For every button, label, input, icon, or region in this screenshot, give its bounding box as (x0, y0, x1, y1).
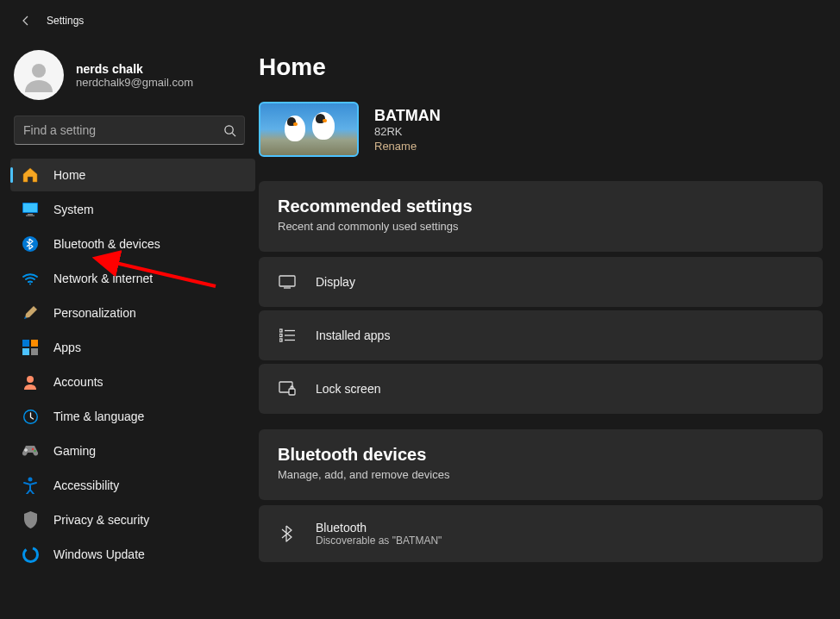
update-icon (21, 545, 40, 564)
bluetooth-card-subtitle: Manage, add, and remove devices (278, 468, 804, 481)
svg-point-15 (32, 448, 34, 450)
sidebar-nav: Home System Bluetooth & devices Network … (0, 159, 259, 572)
sidebar-item-network[interactable]: Network & internet (10, 262, 255, 295)
sidebar-item-label: Windows Update (53, 547, 145, 561)
search-icon[interactable] (215, 116, 244, 145)
svg-point-16 (34, 450, 35, 452)
avatar (14, 50, 64, 100)
sidebar-item-gaming[interactable]: Gaming (10, 435, 255, 467)
row-title: Lock screen (316, 382, 380, 396)
sidebar-item-privacy[interactable]: Privacy & security (10, 503, 255, 536)
home-icon (21, 166, 40, 184)
sidebar-item-label: System (53, 203, 94, 216)
user-block[interactable]: nerds chalk nerdchalk9@gmail.com (0, 50, 259, 116)
user-email: nerdchalk9@gmail.com (76, 76, 193, 89)
svg-point-18 (23, 547, 37, 561)
svg-point-0 (32, 64, 46, 78)
row-title: Bluetooth (316, 521, 442, 535)
svg-rect-10 (22, 348, 29, 355)
sidebar-item-label: Gaming (53, 444, 96, 458)
sidebar-item-label: Time & language (53, 410, 144, 423)
bluetooth-icon (21, 234, 40, 253)
sidebar-item-time-language[interactable]: Time & language (10, 400, 255, 433)
user-name: nerds chalk (76, 62, 193, 76)
arrow-left-icon (19, 14, 33, 28)
svg-point-1 (224, 125, 232, 133)
brush-icon (21, 303, 40, 322)
row-subtitle: Discoverable as "BATMAN" (316, 535, 442, 547)
bluetooth-devices-card: Bluetooth devices Manage, add, and remov… (259, 429, 823, 500)
sidebar-item-label: Bluetooth & devices (53, 237, 160, 251)
device-wallpaper-preview[interactable] (259, 102, 359, 157)
svg-point-17 (28, 478, 33, 482)
device-rename-link[interactable]: Rename (374, 140, 441, 153)
back-button[interactable] (14, 9, 38, 33)
bluetooth-icon (278, 524, 297, 543)
sidebar-item-label: Privacy & security (53, 513, 149, 527)
main-content: Home BATMAN 82RK Rename (259, 41, 840, 619)
setting-row-bluetooth[interactable]: Bluetooth Discoverable as "BATMAN" (259, 505, 823, 562)
sidebar-item-label: Apps (53, 341, 81, 354)
sidebar-item-label: Personalization (53, 306, 136, 320)
accessibility-icon (21, 476, 40, 495)
svg-rect-19 (279, 276, 295, 286)
recommended-subtitle: Recent and commonly used settings (278, 220, 804, 233)
sidebar-item-label: Network & internet (53, 272, 153, 285)
setting-row-lock-screen[interactable]: Lock screen (259, 364, 823, 414)
sidebar-item-bluetooth[interactable]: Bluetooth & devices (10, 228, 255, 260)
svg-rect-3 (23, 203, 37, 212)
sidebar-item-home[interactable]: Home (10, 159, 255, 191)
sidebar-item-accessibility[interactable]: Accessibility (10, 469, 255, 502)
sidebar-item-label: Accounts (53, 375, 103, 389)
sidebar-item-label: Home (53, 168, 85, 182)
titlebar: Settings (0, 0, 840, 41)
sidebar-item-apps[interactable]: Apps (10, 331, 255, 364)
svg-rect-24 (289, 389, 295, 395)
list-icon (278, 326, 297, 345)
clock-icon (21, 407, 40, 426)
shield-icon (21, 510, 40, 529)
svg-rect-5 (26, 216, 34, 216)
device-card: BATMAN 82RK Rename (259, 102, 823, 157)
row-title: Display (316, 275, 355, 289)
sidebar-item-system[interactable]: System (10, 193, 255, 226)
svg-rect-20 (279, 329, 282, 332)
svg-rect-9 (31, 340, 38, 347)
bluetooth-card-title: Bluetooth devices (278, 445, 804, 465)
gaming-icon (21, 441, 40, 460)
search-input[interactable] (15, 123, 215, 137)
svg-point-12 (27, 376, 34, 383)
svg-rect-11 (31, 348, 38, 355)
svg-rect-4 (28, 214, 33, 216)
svg-rect-8 (22, 340, 29, 347)
apps-icon (21, 338, 40, 357)
sidebar-item-personalization[interactable]: Personalization (10, 297, 255, 329)
sidebar-item-accounts[interactable]: Accounts (10, 366, 255, 398)
setting-row-display[interactable]: Display (259, 257, 823, 307)
sidebar: nerds chalk nerdchalk9@gmail.com Home (0, 41, 259, 619)
page-title: Home (259, 53, 823, 102)
sidebar-item-label: Accessibility (53, 478, 119, 492)
svg-point-7 (29, 284, 31, 285)
recommended-card: Recommended settings Recent and commonly… (259, 181, 823, 252)
setting-row-installed-apps[interactable]: Installed apps (259, 310, 823, 360)
search-box[interactable] (14, 116, 245, 145)
display-icon (278, 272, 297, 291)
svg-rect-22 (279, 339, 282, 341)
recommended-title: Recommended settings (278, 197, 804, 216)
lock-screen-icon (278, 379, 297, 398)
device-model: 82RK (374, 125, 441, 138)
system-icon (21, 200, 40, 219)
wifi-icon (21, 269, 40, 288)
sidebar-item-update[interactable]: Windows Update (10, 538, 255, 571)
svg-rect-21 (279, 335, 282, 337)
person-icon (21, 372, 40, 391)
device-name: BATMAN (374, 107, 441, 125)
titlebar-title: Settings (47, 15, 84, 27)
row-title: Installed apps (316, 328, 390, 342)
